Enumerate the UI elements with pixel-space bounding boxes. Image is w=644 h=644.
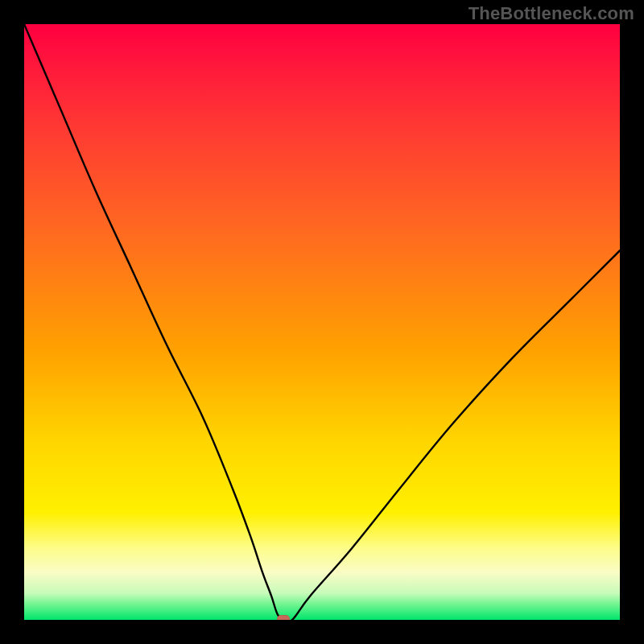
watermark-text: TheBottleneck.com xyxy=(469,3,634,24)
plot-area xyxy=(24,24,620,620)
bottleneck-curve xyxy=(24,24,620,620)
chart-frame: TheBottleneck.com xyxy=(0,0,644,644)
optimal-point-marker xyxy=(277,615,290,620)
